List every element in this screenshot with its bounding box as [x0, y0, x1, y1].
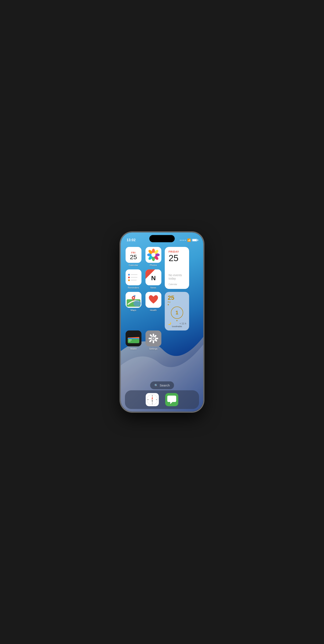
svg-point-9: [151, 253, 156, 257]
goodhabits-date-num: 25: [168, 295, 174, 301]
goodhabits-label: GoodHabits: [168, 326, 186, 328]
dynamic-island: [149, 235, 175, 242]
search-bar[interactable]: 🔍 Search: [150, 382, 174, 389]
svg-point-15: [133, 300, 141, 307]
wifi-icon: 📶: [187, 238, 191, 242]
phone-frame: 13:02 📶 FRI: [121, 232, 203, 412]
wallet-app-label: Wallet: [130, 348, 137, 350]
goodhabits-date-day: Fri: [168, 301, 174, 303]
calendar-icon-date: 25: [130, 254, 137, 260]
calendar-widget-label: Calendar: [168, 283, 185, 286]
photos-app-label: Photos: [150, 264, 157, 266]
safari-dock-icon[interactable]: N S E W: [146, 393, 159, 406]
news-app-label: News: [150, 286, 156, 289]
calendar-widget[interactable]: FRIDAY 25 No events today Calendar: [165, 247, 189, 289]
photos-app-icon[interactable]: Photos: [145, 247, 162, 266]
status-time: 13:02: [127, 238, 136, 242]
svg-text:N: N: [151, 274, 156, 282]
screen: 13:02 📶 FRI: [121, 232, 203, 412]
goodhabits-time: < 11 h: [179, 322, 186, 325]
svg-rect-29: [153, 341, 154, 343]
app-grid: FRI 25 Calendar: [125, 247, 199, 350]
svg-rect-30: [149, 338, 151, 339]
maps-app-icon[interactable]: Maps: [125, 292, 142, 330]
svg-text:W: W: [148, 399, 149, 400]
calendar-widget-date: 25: [168, 253, 185, 263]
signal-icon: [180, 240, 186, 241]
messages-dock-icon[interactable]: [165, 393, 178, 406]
calendar-app-label: Calendar: [129, 264, 138, 266]
calendar-widget-day: FRIDAY: [168, 250, 185, 253]
svg-rect-24: [129, 340, 132, 340]
search-icon: 🔍: [154, 384, 158, 387]
search-label: Search: [160, 384, 170, 387]
news-app-icon[interactable]: N News: [145, 270, 162, 289]
calendar-app-icon[interactable]: FRI 25 Calendar: [125, 247, 142, 266]
calendar-widget-no-events: No events today: [168, 274, 185, 282]
wallet-app-icon[interactable]: Wallet: [125, 330, 142, 350]
maps-app-label: Maps: [131, 309, 136, 312]
health-app-icon[interactable]: Health: [145, 292, 162, 330]
dock: N S E W: [125, 390, 199, 409]
settings-app-label: Settings: [149, 348, 158, 350]
reminders-app-icon[interactable]: Reminders: [125, 270, 142, 289]
svg-rect-28: [153, 334, 154, 336]
goodhabits-widget[interactable]: 25 Fri 1 🌙 < 11 h Goo: [165, 292, 189, 330]
settings-app-icon[interactable]: Settings: [145, 330, 162, 350]
svg-rect-25: [129, 341, 131, 342]
reminders-app-label: Reminders: [128, 286, 139, 289]
battery-icon: [192, 239, 197, 242]
goodhabits-count: 1: [171, 306, 183, 319]
status-icons: 📶: [180, 238, 197, 242]
svg-point-37: [152, 338, 154, 340]
health-app-label: Health: [150, 309, 157, 312]
moon-icon: 🌙: [168, 322, 171, 325]
svg-point-17: [133, 297, 134, 298]
svg-rect-31: [156, 338, 158, 339]
goodhabits-bottom: 🌙 < 11 h: [168, 322, 186, 325]
